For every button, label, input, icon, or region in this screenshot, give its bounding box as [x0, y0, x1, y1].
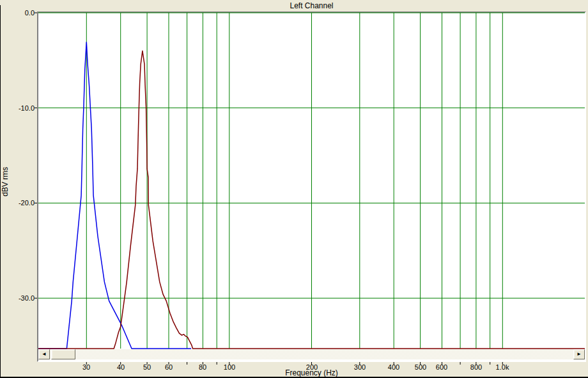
chart-title: Left Channel — [37, 1, 586, 11]
plot-frame — [37, 12, 586, 362]
analyzer-window: Left Channel dBV rms 0.0-10.0-20.0-30.0 … — [0, 0, 588, 378]
horizontal-scrollbar[interactable]: ◄ ► — [38, 349, 585, 359]
scroll-right-button[interactable]: ► — [573, 349, 585, 359]
x-axis-title: Frequency (Hz) — [37, 368, 586, 377]
scroll-left-icon: ◄ — [42, 351, 47, 357]
y-tick-label: -30.0 — [8, 294, 35, 302]
y-tick-label: 0.0 — [8, 9, 35, 17]
scroll-right-icon: ► — [576, 351, 582, 357]
y-tick-label: -20.0 — [8, 199, 35, 207]
scrollbar-thumb[interactable] — [51, 349, 75, 359]
y-axis-title: dBV rms — [1, 159, 10, 204]
scroll-left-button[interactable]: ◄ — [38, 349, 50, 359]
y-tick-label: -10.0 — [8, 104, 35, 112]
